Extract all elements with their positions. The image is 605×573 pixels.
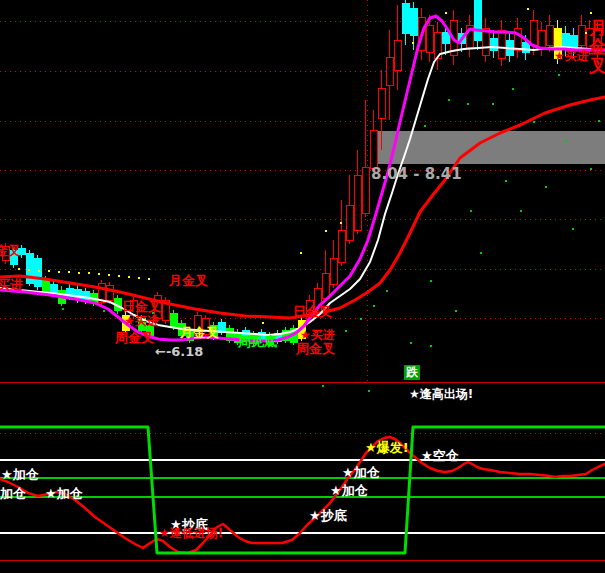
candle — [378, 88, 385, 118]
candle — [474, 0, 481, 40]
green-dot — [322, 385, 324, 387]
green-dot — [565, 140, 567, 142]
yellow-dot — [412, 42, 414, 44]
candle — [370, 130, 377, 168]
green-dot — [410, 342, 412, 344]
candle — [514, 28, 521, 50]
green-dot — [467, 103, 469, 105]
yellow-dot — [38, 270, 40, 272]
indicator-red-line — [0, 437, 605, 553]
yellow-dot — [28, 269, 30, 271]
price-chart-canvas[interactable] — [0, 0, 605, 573]
yellow-dot — [78, 272, 80, 274]
green-dot — [558, 74, 560, 76]
candle — [346, 205, 353, 240]
yellow-dot — [98, 273, 100, 275]
ma-line-fast-magenta — [0, 16, 605, 341]
green-dot — [430, 345, 432, 347]
ma-line-slow-red — [0, 97, 605, 318]
candle — [426, 25, 433, 52]
yellow-dot — [527, 8, 529, 10]
candle — [586, 28, 593, 48]
candle — [18, 248, 25, 254]
candle — [146, 325, 153, 335]
yellow-dot — [262, 322, 264, 324]
candle — [538, 30, 545, 48]
yellow-dot — [128, 276, 130, 278]
candle — [2, 246, 9, 260]
green-dot — [505, 180, 507, 182]
green-dot — [470, 210, 472, 212]
green-dot — [545, 186, 547, 188]
green-dot — [448, 99, 450, 101]
indicator-green-step-line — [0, 427, 605, 553]
yellow-dot — [48, 270, 50, 272]
price-range-band — [370, 131, 605, 164]
candle — [530, 20, 537, 45]
signal-bar-candle — [554, 28, 561, 58]
candle — [362, 167, 369, 213]
green-dot — [520, 210, 522, 212]
green-dot — [455, 310, 457, 312]
yellow-dot — [445, 12, 447, 14]
yellow-dot — [108, 274, 110, 276]
candle — [50, 284, 57, 292]
stock-chart-window: 金叉买进月金叉日金叉★买进周金叉月金叉周见底日金叉★买进周金叉←-6.188.0… — [0, 0, 605, 573]
candle — [578, 25, 585, 45]
candle — [442, 32, 449, 43]
green-dot — [598, 120, 600, 122]
candle — [562, 33, 569, 48]
green-dot — [590, 168, 592, 170]
candle — [410, 8, 417, 35]
yellow-dot — [68, 271, 70, 273]
green-dot — [386, 290, 388, 292]
green-dot — [492, 103, 494, 105]
candle — [106, 285, 113, 300]
candle — [170, 313, 177, 327]
candle — [330, 258, 337, 284]
yellow-dot — [18, 268, 20, 270]
green-dot — [368, 390, 370, 392]
green-dot — [424, 125, 426, 127]
candle — [386, 57, 393, 85]
yellow-dot — [340, 222, 342, 224]
candle — [10, 250, 17, 264]
green-dot — [430, 280, 432, 282]
candle — [354, 175, 361, 230]
yellow-dot — [585, 32, 587, 34]
green-dot — [345, 330, 347, 332]
candle — [42, 280, 49, 292]
candle — [546, 25, 553, 45]
yellow-dot — [88, 272, 90, 274]
green-dot — [512, 88, 514, 90]
green-dot — [152, 312, 154, 314]
green-dot — [103, 310, 105, 312]
candle — [154, 295, 161, 318]
candle — [402, 3, 409, 33]
candle — [338, 230, 345, 262]
yellow-dot — [325, 230, 327, 232]
yellow-dot — [148, 278, 150, 280]
green-dot — [62, 308, 64, 310]
green-dot — [373, 305, 375, 307]
candle — [498, 30, 505, 58]
candle — [218, 322, 225, 332]
yellow-dot — [300, 252, 302, 254]
green-dot — [360, 318, 362, 320]
candle — [594, 30, 601, 50]
yellow-dot — [58, 271, 60, 273]
yellow-dot — [118, 275, 120, 277]
green-dot — [533, 121, 535, 123]
green-dot — [572, 228, 574, 230]
green-dot — [480, 252, 482, 254]
ma-line-mid-white — [0, 47, 605, 335]
candle — [394, 40, 401, 70]
yellow-dot — [138, 277, 140, 279]
candle — [258, 332, 265, 340]
candle — [194, 315, 201, 335]
yellow-dot — [590, 12, 592, 14]
candle — [322, 273, 329, 298]
